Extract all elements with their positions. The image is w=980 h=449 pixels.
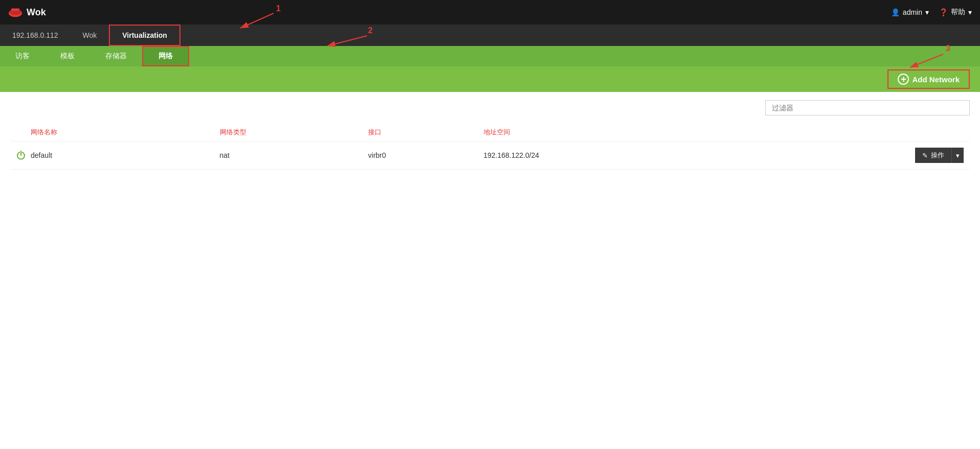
sub-nav-item-storage[interactable]: 存储器 bbox=[90, 46, 142, 66]
sub-nav-item-template[interactable]: 模板 bbox=[45, 46, 90, 66]
col-header-address: 地址空间 bbox=[477, 124, 737, 141]
top-bar-right: 👤 admin ▾ ❓ 帮助 ▾ bbox=[891, 8, 972, 17]
network-name-cell: default bbox=[10, 141, 214, 170]
add-network-plus-icon: + bbox=[898, 74, 909, 85]
sub-nav-item-guest[interactable]: 访客 bbox=[0, 46, 45, 66]
help-chevron-icon: ▾ bbox=[968, 8, 972, 16]
action-chevron-icon: ▾ bbox=[956, 152, 960, 159]
help-menu[interactable]: ❓ 帮助 ▾ bbox=[939, 8, 972, 17]
toolbar-bar: + Add Network bbox=[0, 66, 980, 92]
edit-icon: ✎ bbox=[922, 152, 928, 159]
network-action-cell: ✎ 操作 ▾ bbox=[737, 141, 970, 170]
logo-icon bbox=[8, 5, 22, 19]
svg-rect-2 bbox=[11, 9, 20, 11]
help-icon: ❓ bbox=[939, 8, 948, 16]
add-network-label: Add Network bbox=[912, 75, 960, 84]
action-dropdown-button[interactable]: ▾ bbox=[951, 148, 964, 163]
sub-nav: 访客 模板 存储器 网络 bbox=[0, 46, 980, 66]
network-type: nat bbox=[214, 141, 362, 170]
network-interface: virbr0 bbox=[362, 141, 477, 170]
top-bar-left: Wok bbox=[8, 5, 46, 19]
table-header-row: 网络名称 网络类型 接口 地址空间 bbox=[10, 124, 970, 141]
power-icon bbox=[16, 151, 26, 160]
col-header-type: 网络类型 bbox=[214, 124, 362, 141]
network-address: 192.168.122.0/24 bbox=[477, 141, 737, 170]
network-table: 网络名称 网络类型 接口 地址空间 def bbox=[10, 124, 970, 170]
main-content: 网络名称 网络类型 接口 地址空间 def bbox=[0, 92, 980, 178]
table-row: default nat virbr0 192.168.122.0/24 ✎ 操作… bbox=[10, 141, 970, 170]
user-icon: 👤 bbox=[891, 8, 900, 16]
col-header-action bbox=[737, 124, 970, 141]
col-header-name: 网络名称 bbox=[10, 124, 214, 141]
action-button[interactable]: ✎ 操作 bbox=[915, 148, 951, 163]
user-menu[interactable]: 👤 admin ▾ bbox=[891, 8, 929, 16]
add-network-button[interactable]: + Add Network bbox=[887, 69, 970, 89]
top-bar: Wok 👤 admin ▾ ❓ 帮助 ▾ bbox=[0, 0, 980, 25]
col-header-interface: 接口 bbox=[362, 124, 477, 141]
second-bar: 192.168.0.112 Wok Virtualization bbox=[0, 25, 980, 46]
filter-input[interactable] bbox=[765, 100, 970, 115]
app-title: Wok bbox=[27, 7, 46, 18]
second-bar-item-wok[interactable]: Wok bbox=[71, 25, 109, 46]
filter-row bbox=[10, 100, 970, 115]
user-chevron-icon: ▾ bbox=[925, 8, 929, 16]
network-name: default bbox=[31, 151, 52, 159]
second-bar-item-ip[interactable]: 192.168.0.112 bbox=[0, 25, 71, 46]
action-label: 操作 bbox=[931, 151, 944, 160]
sub-nav-item-network[interactable]: 网络 bbox=[142, 46, 189, 66]
user-label: admin bbox=[903, 8, 922, 16]
help-label: 帮助 bbox=[951, 8, 965, 17]
second-bar-item-virtualization[interactable]: Virtualization bbox=[109, 25, 180, 46]
